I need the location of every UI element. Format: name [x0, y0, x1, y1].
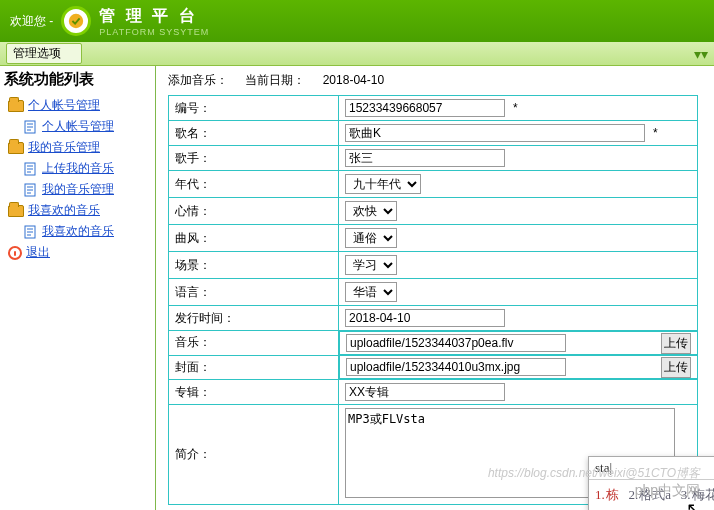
- select-mood[interactable]: 欢快: [345, 201, 397, 221]
- form-table: 编号：* 歌名：* 歌手： 年代：九十年代 心情：欢快 曲风：通俗 场景：学习 …: [168, 95, 698, 505]
- label-lang: 语言：: [169, 279, 339, 306]
- label-pub: 发行时间：: [169, 306, 339, 331]
- input-music-file[interactable]: [346, 334, 566, 352]
- svg-point-0: [69, 14, 83, 28]
- folder-icon: [8, 205, 24, 217]
- nav-exit[interactable]: 退出: [0, 242, 155, 263]
- toolbar-dropdown[interactable]: 管理选项: [6, 43, 82, 64]
- edit-icon: [24, 120, 38, 134]
- sidebar-heading: 系统功能列表: [4, 70, 155, 89]
- nav-link[interactable]: 我的音乐管理: [28, 139, 100, 156]
- required-mark: *: [513, 101, 518, 115]
- input-name[interactable]: [345, 124, 645, 142]
- input-singer[interactable]: [345, 149, 505, 167]
- nav-account-manage[interactable]: 个人帐号管理: [0, 116, 155, 137]
- select-scene[interactable]: 学习: [345, 255, 397, 275]
- main-content: 添加音乐： 当前日期： 2018-04-10 编号：* 歌名：* 歌手： 年代：…: [156, 66, 714, 510]
- collapse-icon[interactable]: ▾▾: [694, 46, 714, 62]
- label-scene: 场景：: [169, 252, 339, 279]
- required-mark: *: [653, 126, 658, 140]
- label-singer: 歌手：: [169, 146, 339, 171]
- watermark-2: php中文网: [635, 482, 700, 500]
- nav-music[interactable]: 我的音乐管理: [0, 137, 155, 158]
- edit-icon: [24, 183, 38, 197]
- nav-favorite-list[interactable]: 我喜欢的音乐: [0, 221, 155, 242]
- power-icon: [8, 246, 22, 260]
- input-album[interactable]: [345, 383, 505, 401]
- select-style[interactable]: 通俗: [345, 228, 397, 248]
- title-en: PLATFORM SYSYTEM: [99, 27, 209, 37]
- toolbar: 管理选项 ▾▾: [0, 42, 714, 66]
- label-album: 专辑：: [169, 380, 339, 405]
- welcome-text: 欢迎您 -: [0, 13, 53, 30]
- page-title: 添加音乐： 当前日期： 2018-04-10: [168, 72, 714, 89]
- page-title-text: 添加音乐：: [168, 73, 228, 87]
- upload-music-button[interactable]: 上传: [661, 333, 691, 354]
- select-era[interactable]: 九十年代: [345, 174, 421, 194]
- nav-favorite[interactable]: 我喜欢的音乐: [0, 200, 155, 221]
- label-mood: 心情：: [169, 198, 339, 225]
- nav-upload-music[interactable]: 上传我的音乐: [0, 158, 155, 179]
- folder-icon: [8, 100, 24, 112]
- label-id: 编号：: [169, 96, 339, 121]
- label-cover: 封面：: [169, 355, 339, 380]
- select-lang[interactable]: 华语: [345, 282, 397, 302]
- nav-link[interactable]: 上传我的音乐: [42, 160, 114, 177]
- sidebar: 系统功能列表 个人帐号管理 个人帐号管理 我的音乐管理 上传我的音乐 我的音乐管…: [0, 66, 156, 510]
- nav-link[interactable]: 个人帐号管理: [42, 118, 114, 135]
- date-value: 2018-04-10: [323, 73, 384, 87]
- label-intro: 简介：: [169, 405, 339, 505]
- nav-link[interactable]: 个人帐号管理: [28, 97, 100, 114]
- logo-icon: [61, 6, 91, 36]
- label-era: 年代：: [169, 171, 339, 198]
- app-header: 欢迎您 - 管 理 平 台 PLATFORM SYSYTEM: [0, 0, 714, 42]
- input-id[interactable]: [345, 99, 505, 117]
- watermark-1: https://blog.csdn.net/weixi@51CTO博客: [488, 465, 700, 482]
- title-cn: 管 理 平 台: [99, 6, 209, 27]
- nav-manage-music[interactable]: 我的音乐管理: [0, 179, 155, 200]
- app-title: 管 理 平 台 PLATFORM SYSYTEM: [99, 6, 209, 37]
- nav-link[interactable]: 我的音乐管理: [42, 181, 114, 198]
- upload-cover-button[interactable]: 上传: [661, 357, 691, 378]
- nav-link[interactable]: 我喜欢的音乐: [42, 223, 114, 240]
- label-music: 音乐：: [169, 331, 339, 356]
- nav-link[interactable]: 我喜欢的音乐: [28, 202, 100, 219]
- edit-icon: [24, 162, 38, 176]
- edit-icon: [24, 225, 38, 239]
- nav-link[interactable]: 退出: [26, 244, 50, 261]
- date-label: 当前日期：: [245, 73, 305, 87]
- input-pubdate[interactable]: [345, 309, 505, 327]
- folder-icon: [8, 142, 24, 154]
- label-style: 曲风：: [169, 225, 339, 252]
- input-cover-file[interactable]: [346, 358, 566, 376]
- label-name: 歌名：: [169, 121, 339, 146]
- nav-account[interactable]: 个人帐号管理: [0, 95, 155, 116]
